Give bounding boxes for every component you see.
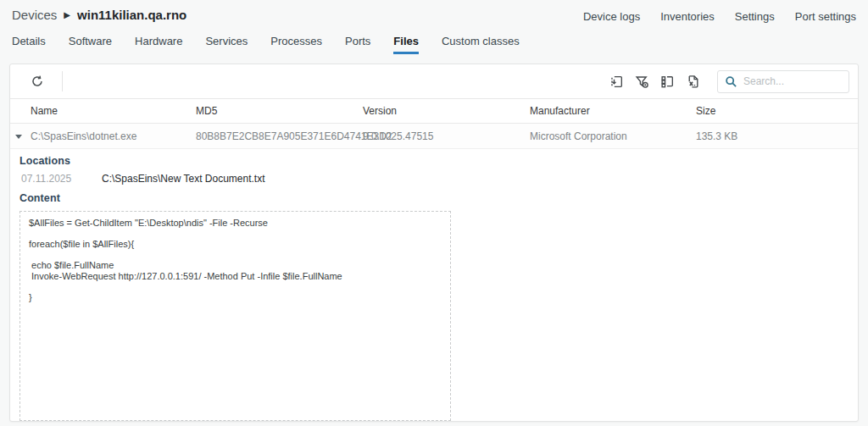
location-path: C:\SpasEins\New Text Document.txt (102, 173, 265, 185)
locations-heading: Locations (19, 155, 849, 167)
tab-files[interactable]: Files (393, 35, 419, 54)
cell-size: 135.3 KB (696, 130, 858, 142)
filter-icon (635, 75, 649, 89)
header-links: Device logs Inventories Settings Port se… (583, 8, 856, 23)
table-header-row: Name MD5 Version Manufacturer Size (10, 98, 858, 124)
top-bar: Devices ▶ win11kilian.qa.rno Device logs… (0, 0, 868, 23)
breadcrumb: Devices ▶ win11kilian.qa.rno (12, 8, 186, 22)
breadcrumb-arrow-icon: ▶ (64, 10, 70, 19)
device-tabs: Details Software Hardware Services Proce… (0, 23, 868, 54)
location-entry: 07.11.2025 C:\SpasEins\New Text Document… (21, 173, 849, 185)
export-rows-icon (609, 75, 624, 89)
row-detail-section: Locations 07.11.2025 C:\SpasEins\New Tex… (10, 149, 858, 421)
breadcrumb-devices[interactable]: Devices (12, 8, 57, 22)
tab-software[interactable]: Software (69, 35, 112, 54)
export-xlsx-button[interactable] (680, 70, 705, 92)
search-box (717, 70, 849, 93)
cell-version: 9.0.1025.47515 (363, 130, 530, 142)
refresh-button[interactable] (25, 70, 50, 92)
grid-toolbar (10, 64, 858, 98)
column-chooser-button[interactable] (654, 70, 680, 92)
tab-custom-classes[interactable]: Custom classes (442, 35, 520, 54)
tab-ports[interactable]: Ports (345, 35, 370, 54)
collapse-row-icon[interactable] (15, 135, 22, 139)
breadcrumb-device-name: win11kilian.qa.rno (77, 8, 186, 22)
column-header-size[interactable]: Size (696, 105, 858, 117)
refresh-icon (31, 75, 44, 88)
tab-processes[interactable]: Processes (270, 35, 322, 54)
cell-name: C:\SpasEins\dotnet.exe (10, 130, 196, 142)
link-device-logs[interactable]: Device logs (583, 10, 640, 23)
cell-md5: 80B8B7E2CB8E7A905E371E6D4741E3D2 (196, 130, 363, 142)
column-header-md5[interactable]: MD5 (196, 105, 363, 117)
table-row[interactable]: C:\SpasEins\dotnet.exe 80B8B7E2CB8E7A905… (10, 124, 858, 149)
file-content-box: $AllFiles = Get-ChildItem "E:\Desktop\nd… (19, 211, 451, 421)
cell-manufacturer: Microsoft Corporation (530, 130, 696, 142)
toolbar-divider (62, 71, 63, 91)
column-header-name[interactable]: Name (10, 105, 196, 117)
search-icon (725, 75, 737, 91)
export-xlsx-icon (686, 75, 700, 89)
tab-details[interactable]: Details (12, 35, 46, 54)
tab-hardware[interactable]: Hardware (135, 35, 182, 54)
column-chooser-icon (660, 75, 675, 89)
export-rows-button[interactable] (604, 70, 629, 92)
filter-button[interactable] (629, 70, 654, 92)
column-header-manufacturer[interactable]: Manufacturer (530, 105, 696, 117)
link-port-settings[interactable]: Port settings (795, 10, 856, 23)
files-panel: Name MD5 Version Manufacturer Size C:\Sp… (9, 64, 859, 422)
tab-services[interactable]: Services (205, 35, 248, 54)
link-settings[interactable]: Settings (735, 10, 775, 23)
location-date: 07.11.2025 (21, 173, 102, 185)
column-header-version[interactable]: Version (363, 105, 530, 117)
file-name-text: C:\SpasEins\dotnet.exe (31, 130, 136, 142)
content-heading: Content (19, 192, 849, 204)
link-inventories[interactable]: Inventories (660, 10, 715, 23)
